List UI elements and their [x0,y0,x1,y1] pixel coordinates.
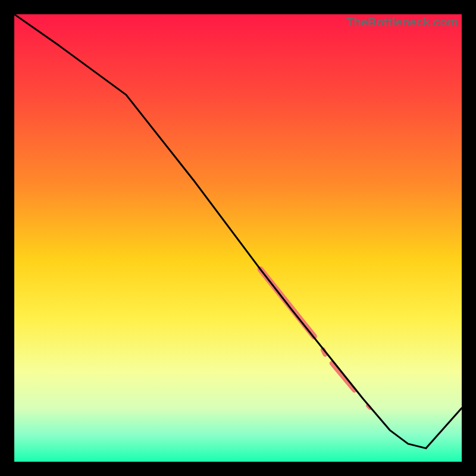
highlight-lower-band [332,364,355,390]
bottleneck-curve [14,14,462,448]
curve-layer [14,14,462,462]
plot-area: TheBottleneck.com [14,14,462,462]
chart-frame: TheBottleneck.com [0,0,476,476]
watermark-text: TheBottleneck.com [346,15,458,29]
